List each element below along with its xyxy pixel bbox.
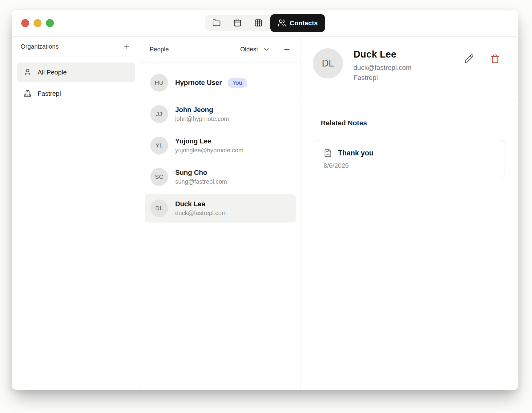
contact-detail-header: DL Duck Lee duck@fastrepl.com Fastrepl (300, 37, 518, 99)
person-icon (24, 68, 31, 76)
avatar: YL (150, 137, 168, 154)
organizations-sidebar: Organizations All People (12, 37, 140, 390)
titlebar: Contacts (12, 10, 518, 37)
avatar: JJ (150, 105, 168, 123)
view-switcher: Contacts (205, 15, 325, 31)
organizations-header: Organizations (12, 37, 140, 57)
contact-name: Duck Lee (353, 49, 412, 60)
you-badge: You (228, 78, 247, 88)
users-icon (278, 19, 286, 27)
person-row-duck-lee[interactable]: DL Duck Lee duck@fastrepl.com (145, 194, 296, 223)
folder-icon (212, 19, 220, 27)
people-header: People Oldest (140, 37, 300, 62)
add-organization-button[interactable] (122, 42, 132, 52)
person-name: Sung Cho (175, 169, 227, 177)
pencil-icon (464, 54, 474, 63)
person-row-yujong-lee[interactable]: YL Yujong Lee yujonglee@hyprnote.com (145, 131, 296, 160)
person-name: Hyprnote User (175, 79, 222, 87)
contact-actions (463, 48, 501, 65)
tab-contacts-label: Contacts (290, 19, 318, 27)
plus-icon (123, 43, 131, 51)
avatar: HU (150, 74, 168, 92)
note-date: 8/6/2025 (324, 162, 496, 169)
related-note-card[interactable]: Thank you 8/6/2025 (315, 140, 505, 179)
sidebar-item-fastrepl[interactable]: Fastrepl (17, 84, 135, 103)
people-list: HU Hyprnote User You JJ John Jeong john@… (140, 62, 300, 229)
avatar: SC (150, 168, 168, 186)
people-title: People (150, 46, 169, 53)
table-icon (254, 19, 262, 27)
sidebar-item-label: Fastrepl (38, 90, 61, 97)
person-email: duck@fastrepl.com (175, 210, 227, 217)
sort-dropdown-label: Oldest (240, 46, 258, 53)
person-email: john@hyprnote.com (175, 115, 229, 122)
people-panel: People Oldest HU (140, 37, 300, 390)
calendar-icon (233, 19, 241, 27)
file-text-icon (324, 149, 332, 157)
contact-email: duck@fastrepl.com (353, 64, 412, 72)
minimize-window-button[interactable] (34, 19, 42, 27)
avatar: DL (150, 199, 168, 217)
app-window: Contacts Organizations All People (12, 9, 518, 390)
tab-calendar[interactable] (228, 17, 247, 30)
traffic-lights (12, 19, 54, 27)
organizations-title: Organizations (21, 43, 58, 50)
avatar: DL (313, 48, 343, 78)
sidebar-item-label: All People (38, 69, 67, 76)
building-icon (24, 90, 31, 97)
zoom-window-button[interactable] (46, 19, 54, 27)
person-row-sung-cho[interactable]: SC Sung Cho sung@fastrepl.com (145, 163, 296, 191)
sort-dropdown[interactable]: Oldest (240, 46, 270, 53)
person-email: sung@fastrepl.com (175, 178, 227, 185)
related-notes-title: Related Notes (321, 119, 503, 127)
chevron-down-icon (263, 46, 270, 53)
tab-table[interactable] (249, 17, 268, 30)
person-row-hyprnote-user[interactable]: HU Hyprnote User You (145, 69, 296, 97)
close-window-button[interactable] (21, 19, 29, 27)
trash-icon (490, 54, 500, 63)
organizations-list: All People Fastrepl (12, 57, 140, 109)
person-name: John Jeong (175, 106, 229, 114)
plus-icon (283, 46, 291, 54)
add-person-button[interactable] (282, 44, 292, 55)
person-email: yujonglee@hyprnote.com (175, 147, 243, 154)
note-title: Thank you (338, 149, 373, 157)
tab-files[interactable] (207, 17, 226, 30)
main-content: Organizations All People (12, 37, 518, 390)
contact-detail-body: Related Notes Thank you 8/6/2025 (300, 99, 518, 179)
person-name: Duck Lee (175, 200, 227, 208)
sidebar-item-all-people[interactable]: All People (17, 62, 135, 82)
person-name: Yujong Lee (175, 137, 243, 145)
tab-contacts[interactable]: Contacts (270, 14, 325, 32)
delete-contact-button[interactable] (489, 53, 501, 65)
edit-contact-button[interactable] (463, 53, 475, 65)
person-row-john-jeong[interactable]: JJ John Jeong john@hyprnote.com (145, 100, 296, 128)
contact-organization: Fastrepl (353, 74, 412, 82)
contact-detail-panel: DL Duck Lee duck@fastrepl.com Fastrepl (300, 37, 518, 390)
